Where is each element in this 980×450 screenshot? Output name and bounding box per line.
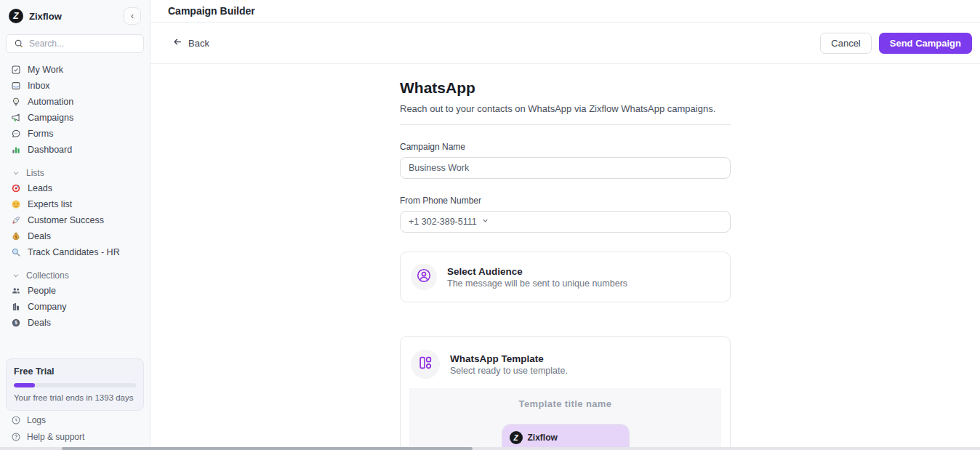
template-icon-wrap bbox=[411, 350, 440, 379]
sidebar-item-label: Help & support bbox=[27, 432, 84, 442]
audience-title: Select Audience bbox=[447, 266, 627, 277]
sidebar-item-label: Track Candidates - HR bbox=[28, 247, 120, 257]
campaign-name-label: Campaign Name bbox=[400, 142, 731, 152]
zixflow-chat-logo: Z bbox=[510, 431, 523, 444]
sidebar-collapse-button[interactable]: ‹ bbox=[124, 7, 141, 25]
template-text: WhatsApp Template Select ready to use te… bbox=[450, 353, 568, 376]
scrollbar-thumb[interactable] bbox=[62, 447, 473, 450]
free-trial-message: Your free trial ends in 1393 days bbox=[14, 393, 136, 402]
free-trial-card: Free Trial Your free trial ends in 1393 … bbox=[6, 358, 144, 411]
sidebar-item-help-support[interactable]: Help & support bbox=[6, 429, 144, 444]
whatsapp-template-card: WhatsApp Template Select ready to use te… bbox=[400, 336, 731, 450]
sidebar-item-automation[interactable]: Automation bbox=[6, 94, 144, 110]
logs-icon bbox=[10, 414, 21, 425]
horizontal-scrollbar[interactable] bbox=[0, 447, 980, 450]
bar-chart-icon bbox=[10, 145, 21, 156]
chat-sender-name: Zixflow bbox=[528, 433, 558, 443]
sidebar-item-dashboard[interactable]: Dashboard bbox=[6, 142, 144, 158]
chevron-down-icon bbox=[481, 217, 489, 227]
sidebar-item-deals-collection[interactable]: $ Deals bbox=[6, 315, 144, 331]
sidebar-item-deals-list[interactable]: $ Deals bbox=[6, 228, 144, 244]
content-scroll-area[interactable]: WhatsApp Reach out to your contacts on W… bbox=[150, 64, 980, 450]
brand-row: Z Zixflow ‹ bbox=[6, 4, 144, 28]
sidebar-item-label: Dashboard bbox=[28, 145, 72, 155]
sidebar-nav: My Work Inbox Automation Campaigns Forms… bbox=[6, 62, 144, 158]
back-label: Back bbox=[188, 38, 209, 49]
arrow-left-icon bbox=[172, 36, 183, 49]
people-icon bbox=[10, 286, 21, 297]
brand-name: Zixflow bbox=[29, 11, 62, 22]
free-trial-title: Free Trial bbox=[14, 366, 136, 377]
from-phone-select[interactable]: +1 302-389-5111 bbox=[400, 211, 731, 233]
from-phone-value: +1 302-389-5111 bbox=[409, 217, 477, 227]
sidebar-item-label: Inbox bbox=[28, 81, 50, 91]
page-header: Campaign Builder bbox=[150, 0, 980, 23]
sidebar-item-people[interactable]: People bbox=[6, 283, 144, 299]
sidebar-item-label: Company bbox=[28, 302, 67, 312]
chat-preview-card[interactable]: Z Zixflow This is a test message Sent vi… bbox=[502, 424, 630, 450]
audience-description: The message will be sent to unique numbe… bbox=[447, 278, 627, 289]
star-struck-icon bbox=[10, 199, 21, 210]
chat-preview-header: Z Zixflow bbox=[502, 425, 629, 450]
sidebar: Z Zixflow ‹ Search... My Work Inbox Auto… bbox=[0, 0, 150, 450]
chat-bubble-icon bbox=[10, 129, 21, 140]
target-icon bbox=[10, 183, 21, 194]
megaphone-icon bbox=[10, 113, 21, 124]
sidebar-item-inbox[interactable]: Inbox bbox=[6, 78, 144, 94]
back-button[interactable]: Back bbox=[168, 33, 214, 52]
chevron-down-icon bbox=[10, 168, 21, 179]
template-preview-title: Template title name bbox=[409, 398, 721, 409]
sidebar-item-track-candidates-hr[interactable]: Track Candidates - HR bbox=[6, 244, 144, 260]
sidebar-item-label: My Work bbox=[28, 65, 63, 75]
sidebar-item-label: Forms bbox=[28, 129, 53, 139]
send-campaign-button[interactable]: Send Campaign bbox=[879, 33, 972, 54]
cancel-button[interactable]: Cancel bbox=[820, 33, 871, 54]
sidebar-item-my-work[interactable]: My Work bbox=[6, 62, 144, 78]
person-circle-icon bbox=[416, 268, 432, 286]
from-phone-label: From Phone Number bbox=[400, 196, 731, 206]
rocket-icon bbox=[10, 215, 21, 226]
campaign-name-input[interactable] bbox=[400, 157, 731, 179]
lists-section-label: Lists bbox=[26, 168, 44, 178]
template-header[interactable]: WhatsApp Template Select ready to use te… bbox=[409, 350, 721, 379]
page-title: Campaign Builder bbox=[168, 5, 255, 17]
channel-subtitle: Reach out to your contacts on WhatsApp v… bbox=[400, 103, 731, 114]
money-bag-icon: $ bbox=[10, 231, 21, 242]
search-placeholder: Search... bbox=[29, 39, 64, 49]
lists-section-header[interactable]: Lists bbox=[6, 166, 144, 180]
audience-icon-wrap bbox=[411, 264, 437, 290]
divider bbox=[400, 124, 731, 125]
chevron-left-icon: ‹ bbox=[131, 11, 134, 21]
search-input[interactable]: Search... bbox=[6, 34, 144, 53]
sidebar-item-leads[interactable]: Leads bbox=[6, 180, 144, 196]
free-trial-progress bbox=[14, 383, 136, 387]
sidebar-item-company[interactable]: Company bbox=[6, 299, 144, 315]
template-description: Select ready to use template. bbox=[450, 366, 568, 376]
sidebar-item-label: Automation bbox=[28, 97, 73, 107]
template-blocks-icon bbox=[417, 355, 433, 374]
sidebar-item-label: Campaigns bbox=[28, 113, 73, 123]
sidebar-item-logs[interactable]: Logs bbox=[6, 412, 144, 427]
collections-section-label: Collections bbox=[26, 270, 69, 281]
sidebar-item-forms[interactable]: Forms bbox=[6, 126, 144, 142]
action-bar: Back Cancel Send Campaign bbox=[150, 23, 980, 64]
sidebar-item-label: Customer Success bbox=[28, 215, 104, 225]
search-icon bbox=[13, 39, 24, 49]
template-preview-panel: Template title name Z Zixflow This is a … bbox=[409, 388, 721, 450]
template-title: WhatsApp Template bbox=[450, 353, 568, 364]
dollar-circle-icon: $ bbox=[10, 318, 21, 329]
lists-nav: Leads Experts list Customer Success $ De… bbox=[6, 180, 144, 260]
lightbulb-icon bbox=[10, 97, 21, 108]
help-icon bbox=[10, 431, 21, 442]
sidebar-item-customer-success[interactable]: Customer Success bbox=[6, 212, 144, 228]
channel-title: WhatsApp bbox=[400, 79, 731, 97]
sidebar-item-campaigns[interactable]: Campaigns bbox=[6, 110, 144, 126]
collections-section-header[interactable]: Collections bbox=[6, 268, 144, 283]
sidebar-item-experts-list[interactable]: Experts list bbox=[6, 196, 144, 212]
svg-text:$: $ bbox=[15, 320, 17, 326]
sidebar-item-label: Deals bbox=[28, 231, 51, 241]
audience-text: Select Audience The message will be sent… bbox=[447, 266, 627, 289]
building-icon bbox=[10, 302, 21, 313]
select-audience-card[interactable]: Select Audience The message will be sent… bbox=[400, 252, 731, 302]
chevron-down-icon bbox=[10, 270, 21, 281]
